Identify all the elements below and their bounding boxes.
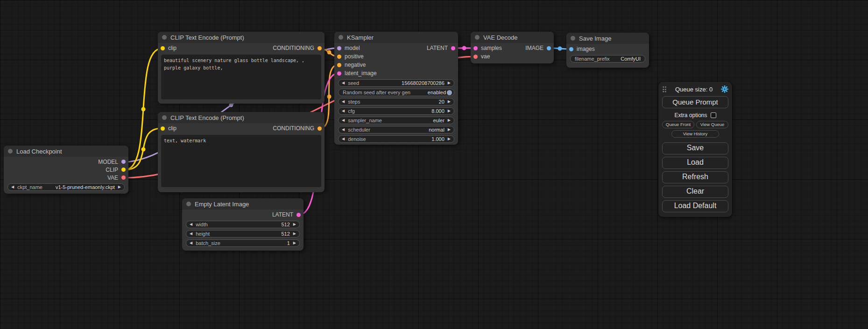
- node-titlebar[interactable]: CLIP Text Encode (Prompt): [158, 112, 325, 123]
- widget-denoise[interactable]: ◀ denoise 1.000 ▶: [338, 135, 454, 143]
- node-save-image[interactable]: Save Image images filename_prefix ComfyU…: [566, 33, 649, 68]
- toggle-knob-icon[interactable]: [447, 90, 452, 95]
- collapse-dot[interactable]: [8, 149, 13, 154]
- drag-handle-icon[interactable]: [662, 86, 667, 93]
- output-slot-vae[interactable]: [121, 175, 126, 180]
- input-slot-vae[interactable]: [473, 55, 478, 59]
- output-slot-clip[interactable]: [121, 168, 126, 172]
- slot-row: model LATENT: [334, 44, 458, 52]
- collapse-dot[interactable]: [571, 36, 575, 41]
- input-slot-model[interactable]: [337, 46, 341, 50]
- node-empty-latent-image[interactable]: Empty Latent Image LATENT ◀ width 512 ▶ …: [182, 198, 303, 251]
- refresh-button[interactable]: Refresh: [662, 171, 728, 183]
- input-slot-negative[interactable]: [337, 63, 341, 67]
- queue-prompt-button[interactable]: Queue Prompt: [662, 96, 728, 108]
- node-titlebar[interactable]: Empty Latent Image: [182, 198, 303, 210]
- output-slot-image[interactable]: [547, 46, 551, 50]
- decrement-arrow-icon[interactable]: ◀: [342, 119, 345, 122]
- node-vae-decode[interactable]: VAE Decode samples IMAGE vae: [471, 32, 554, 63]
- view-queue-button[interactable]: View Queue: [696, 121, 728, 128]
- node-titlebar[interactable]: KSampler: [334, 32, 458, 43]
- input-slot-positive[interactable]: [337, 55, 341, 59]
- decrement-arrow-icon[interactable]: ◀: [11, 185, 14, 189]
- increment-arrow-icon[interactable]: ▶: [293, 232, 296, 236]
- load-button[interactable]: Load: [662, 157, 728, 169]
- node-titlebar[interactable]: Load Checkpoint: [4, 146, 128, 157]
- node-title: Save Image: [579, 35, 611, 42]
- widget-cfg[interactable]: ◀ cfg 8.000 ▶: [338, 107, 454, 115]
- widget-value: 1: [287, 240, 290, 246]
- node-ksampler[interactable]: KSampler model LATENT positive negative: [334, 32, 458, 145]
- collapse-dot[interactable]: [339, 35, 343, 40]
- output-slot-latent[interactable]: [296, 213, 301, 217]
- widget-batch-size[interactable]: ◀ batch_size 1 ▶: [186, 239, 300, 247]
- widget-filename-prefix[interactable]: filename_prefix ComfyUI: [570, 55, 645, 63]
- increment-arrow-icon[interactable]: ▶: [448, 100, 451, 104]
- extra-options-row: Extra options: [662, 112, 728, 119]
- widget-value: 512: [281, 231, 289, 237]
- prompt-textarea[interactable]: beautiful scenery nature glass bottle la…: [161, 55, 321, 99]
- increment-arrow-icon[interactable]: ▶: [448, 109, 451, 113]
- prompt-textarea[interactable]: text, watermark: [161, 135, 321, 187]
- load-default-button[interactable]: Load Default: [662, 200, 728, 212]
- save-button[interactable]: Save: [662, 142, 728, 154]
- slot-row: samples IMAGE: [471, 44, 554, 52]
- view-history-button[interactable]: View History: [671, 130, 719, 138]
- collapse-dot[interactable]: [162, 35, 167, 40]
- widget-random-seed-toggle[interactable]: Random seed after every gen enabled: [338, 89, 454, 96]
- input-slot-clip[interactable]: [161, 46, 165, 50]
- input-slot-latent-image[interactable]: [337, 71, 341, 76]
- increment-arrow-icon[interactable]: ▶: [448, 119, 451, 122]
- decrement-arrow-icon[interactable]: ◀: [342, 137, 345, 141]
- widget-steps[interactable]: ◀ steps 20 ▶: [338, 98, 454, 105]
- widget-scheduler[interactable]: ◀ scheduler normal ▶: [338, 126, 454, 133]
- increment-arrow-icon[interactable]: ▶: [118, 185, 121, 189]
- increment-arrow-icon[interactable]: ▶: [448, 128, 451, 132]
- widget-label: sampler_name: [348, 118, 382, 123]
- node-load-checkpoint[interactable]: Load Checkpoint MODEL CLIP VAE ◀ ckpt_na…: [4, 146, 128, 194]
- decrement-arrow-icon[interactable]: ◀: [190, 223, 192, 226]
- input-slot-clip[interactable]: [161, 126, 165, 131]
- decrement-arrow-icon[interactable]: ◀: [190, 241, 192, 245]
- increment-arrow-icon[interactable]: ▶: [293, 223, 296, 226]
- decrement-arrow-icon[interactable]: ◀: [342, 128, 345, 132]
- slot-row: vae: [471, 52, 554, 61]
- node-titlebar[interactable]: CLIP Text Encode (Prompt): [158, 32, 325, 43]
- node-clip-text-encode-negative[interactable]: CLIP Text Encode (Prompt) clip CONDITION…: [158, 112, 325, 192]
- input-slot-samples[interactable]: [473, 46, 478, 50]
- widget-sampler-name[interactable]: ◀ sampler_name euler ▶: [338, 117, 454, 124]
- node-titlebar[interactable]: Save Image: [566, 33, 649, 44]
- output-slot-latent[interactable]: [451, 46, 455, 50]
- queue-front-button[interactable]: Queue Front: [662, 121, 694, 128]
- decrement-arrow-icon[interactable]: ◀: [342, 100, 345, 104]
- widget-width[interactable]: ◀ width 512 ▶: [186, 221, 300, 228]
- collapse-dot[interactable]: [186, 202, 191, 206]
- output-slot-conditioning[interactable]: [318, 126, 322, 131]
- extra-options-label: Extra options: [674, 112, 707, 119]
- widget-seed[interactable]: ◀ seed 156680208700286 ▶: [338, 79, 454, 87]
- decrement-arrow-icon[interactable]: ◀: [190, 232, 192, 236]
- widget-value: normal: [429, 127, 445, 133]
- increment-arrow-icon[interactable]: ▶: [448, 81, 451, 85]
- clear-button[interactable]: Clear: [662, 186, 728, 198]
- decrement-arrow-icon[interactable]: ◀: [342, 109, 345, 113]
- widget-ckpt-name[interactable]: ◀ ckpt_name v1-5-pruned-emaonly.ckpt ▶: [7, 183, 125, 191]
- input-slot-images[interactable]: [569, 47, 573, 51]
- increment-arrow-icon[interactable]: ▶: [448, 137, 451, 141]
- output-slot-model[interactable]: [121, 160, 126, 164]
- widget-label: width: [196, 222, 208, 227]
- node-clip-text-encode-positive[interactable]: CLIP Text Encode (Prompt) clip CONDITION…: [158, 32, 325, 104]
- output-slot-conditioning[interactable]: [318, 46, 322, 50]
- node-graph-canvas[interactable]: Load Checkpoint MODEL CLIP VAE ◀ ckpt_na…: [0, 0, 868, 329]
- slot-row: VAE: [4, 174, 128, 182]
- increment-arrow-icon[interactable]: ▶: [293, 241, 296, 245]
- node-titlebar[interactable]: VAE Decode: [471, 32, 554, 43]
- widget-height[interactable]: ◀ height 512 ▶: [186, 230, 300, 238]
- decrement-arrow-icon[interactable]: ◀: [342, 81, 345, 85]
- extra-options-checkbox[interactable]: [711, 112, 716, 118]
- link-midpoint: [462, 46, 466, 50]
- collapse-dot[interactable]: [162, 115, 167, 120]
- collapse-dot[interactable]: [475, 35, 480, 40]
- link-midpoint: [141, 107, 146, 112]
- settings-gear-icon[interactable]: [721, 85, 728, 93]
